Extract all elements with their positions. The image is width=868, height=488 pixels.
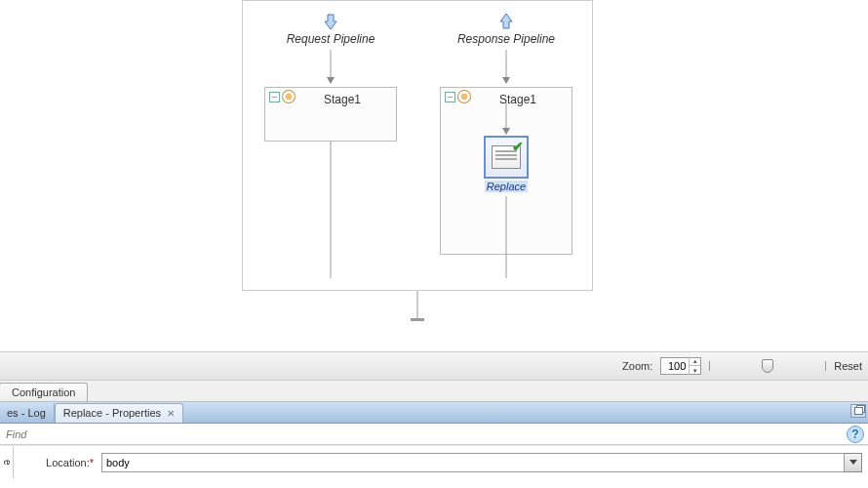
connector-line bbox=[506, 196, 507, 278]
find-bar: ? bbox=[0, 424, 868, 445]
replace-action-label: Replace bbox=[485, 181, 528, 192]
inner-tab-strip: es - Log Replace - Properties ✕ bbox=[0, 402, 868, 424]
zoom-spinner[interactable]: ▲ ▼ bbox=[660, 357, 701, 375]
location-label: Location:* bbox=[14, 457, 101, 468]
zoom-step-down[interactable]: ▼ bbox=[690, 366, 700, 375]
connector-line bbox=[331, 50, 332, 79]
tab-log[interactable]: es - Log bbox=[0, 403, 55, 423]
replace-action-node[interactable]: Replace bbox=[479, 136, 533, 192]
stage-title: Stage1 bbox=[324, 93, 361, 106]
zoom-label: Zoom: bbox=[622, 360, 652, 372]
side-category-label: e bbox=[0, 446, 14, 478]
bottom-panel: Zoom: ▲ ▼ Reset Configuration es - Log R… bbox=[0, 351, 868, 488]
connector-line bbox=[506, 50, 507, 79]
pipeline-pair-container: Request Pipeline − Stage1 Response Pipel… bbox=[242, 0, 593, 291]
stage-gear-icon[interactable] bbox=[282, 90, 296, 103]
zoom-slider-thumb[interactable] bbox=[762, 359, 773, 373]
replace-action-icon bbox=[484, 136, 529, 179]
exit-connector-cap bbox=[411, 318, 424, 321]
zoom-toolbar: Zoom: ▲ ▼ Reset bbox=[0, 351, 868, 381]
restore-window-icon[interactable] bbox=[850, 404, 866, 418]
arrowhead-down-icon bbox=[327, 77, 335, 84]
zoom-slider[interactable] bbox=[709, 358, 826, 374]
zoom-step-up[interactable]: ▲ bbox=[690, 357, 700, 366]
zoom-reset-button[interactable]: Reset bbox=[834, 360, 862, 372]
connector-line bbox=[331, 142, 332, 278]
response-direction-icon bbox=[497, 13, 515, 32]
exit-connector-line bbox=[417, 291, 418, 318]
collapse-icon[interactable]: − bbox=[445, 92, 455, 102]
request-pipeline-label: Request Pipeline bbox=[243, 32, 418, 46]
location-dropdown-button[interactable] bbox=[845, 453, 862, 472]
tab-label: Replace - Properties bbox=[63, 407, 161, 419]
request-direction-icon bbox=[322, 13, 339, 32]
close-icon[interactable]: ✕ bbox=[167, 408, 175, 419]
tab-replace-properties[interactable]: Replace - Properties ✕ bbox=[55, 403, 183, 423]
outer-tab-strip: Configuration bbox=[0, 381, 868, 402]
arrowhead-down-icon bbox=[502, 128, 510, 135]
arrowhead-down-icon bbox=[502, 77, 510, 84]
stage-gear-icon[interactable] bbox=[457, 90, 471, 103]
tab-configuration[interactable]: Configuration bbox=[0, 383, 88, 401]
location-input[interactable] bbox=[101, 453, 845, 472]
find-input[interactable] bbox=[0, 428, 847, 440]
zoom-value-input[interactable] bbox=[661, 360, 689, 372]
help-icon[interactable]: ? bbox=[847, 426, 864, 443]
connector-line bbox=[506, 102, 507, 130]
property-row-location: e Location:* bbox=[0, 445, 868, 478]
collapse-icon[interactable]: − bbox=[269, 92, 280, 102]
request-stage-box[interactable]: − Stage1 bbox=[264, 87, 397, 142]
diagram-canvas[interactable]: Request Pipeline − Stage1 Response Pipel… bbox=[0, 0, 868, 351]
response-pipeline-label: Response Pipeline bbox=[418, 32, 594, 46]
